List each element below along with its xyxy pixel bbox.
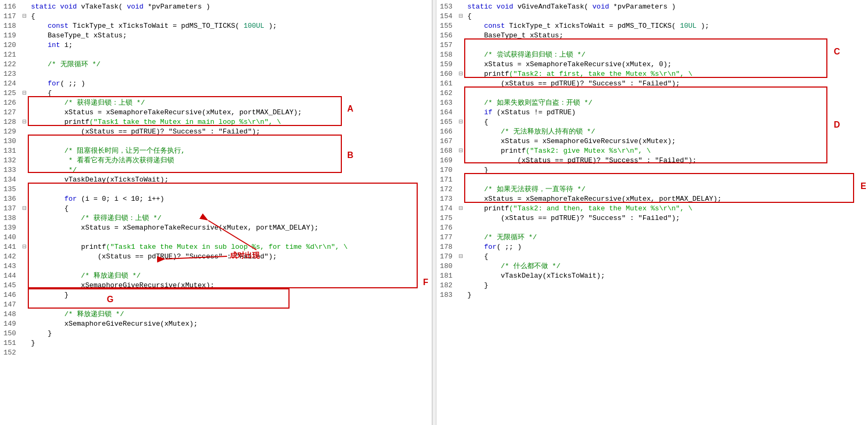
fold-icon[interactable] [20, 194, 29, 204]
code-content: for (i = 0; i < 10; i++) [29, 194, 432, 204]
fold-icon[interactable] [457, 271, 465, 281]
fold-icon[interactable]: ⊟ [20, 89, 29, 98]
fold-icon[interactable] [20, 41, 29, 50]
fold-icon[interactable] [20, 98, 29, 108]
fold-icon[interactable] [457, 21, 465, 31]
code-token: (xStatus != pdTRUE) [492, 108, 576, 116]
fold-icon[interactable] [20, 166, 29, 175]
fold-icon[interactable]: ⊟ [20, 12, 29, 21]
fold-icon[interactable]: ⊟ [457, 117, 465, 127]
line-number: 139 [0, 223, 20, 233]
fold-icon[interactable] [457, 98, 465, 108]
fold-icon[interactable] [20, 329, 29, 339]
fold-icon[interactable] [457, 242, 465, 252]
fold-icon[interactable] [20, 31, 29, 41]
fold-icon[interactable]: ⊟ [20, 117, 29, 127]
fold-icon[interactable] [20, 281, 29, 290]
code-content: BaseType_t xStatus; [465, 31, 868, 41]
fold-icon[interactable] [457, 185, 465, 194]
fold-icon[interactable] [457, 137, 465, 146]
fold-icon[interactable] [20, 214, 29, 223]
fold-icon[interactable] [457, 223, 465, 233]
fold-icon[interactable] [457, 79, 465, 89]
fold-icon[interactable] [457, 2, 465, 12]
fold-icon[interactable] [20, 252, 29, 262]
code-token [467, 147, 501, 155]
fold-icon[interactable] [20, 60, 29, 69]
table-row: 128⊟ printf("Task1 take the Mutex in mai… [0, 117, 432, 127]
fold-icon[interactable] [20, 156, 29, 166]
fold-icon[interactable] [20, 233, 29, 242]
fold-icon[interactable] [457, 194, 465, 204]
label-A: A [347, 104, 354, 114]
fold-icon[interactable] [457, 214, 465, 223]
table-row: 177 /* 无限循环 */ [436, 233, 868, 242]
code-token: TickType_t xTicksToWait = [68, 22, 181, 30]
fold-icon[interactable] [20, 223, 29, 233]
table-row: 141⊟ printf("Task1 take the Mutex in sub… [0, 242, 432, 252]
fold-icon[interactable] [457, 166, 465, 175]
code-token [467, 108, 484, 116]
fold-icon[interactable] [457, 31, 465, 41]
fold-icon[interactable] [20, 21, 29, 31]
code-content: static void vTakeTask( void *pvParameter… [29, 2, 432, 12]
fold-icon[interactable] [20, 185, 29, 194]
code-token: for [64, 195, 76, 203]
fold-icon[interactable]: ⊟ [20, 204, 29, 214]
fold-icon[interactable] [20, 271, 29, 281]
fold-icon[interactable] [20, 79, 29, 89]
fold-icon[interactable] [20, 339, 29, 348]
fold-icon[interactable] [20, 69, 29, 79]
fold-icon[interactable]: ⊟ [457, 252, 465, 262]
fold-icon[interactable] [457, 262, 465, 271]
fold-icon[interactable] [457, 127, 465, 137]
table-row: 179⊟ { [436, 252, 868, 262]
fold-icon[interactable] [457, 233, 465, 242]
table-row: 153 static void vGiveAndTakeTask( void *… [436, 2, 868, 12]
fold-icon[interactable] [20, 310, 29, 319]
fold-icon[interactable]: ⊟ [457, 12, 465, 21]
fold-icon[interactable] [20, 300, 29, 310]
fold-icon[interactable] [457, 41, 465, 50]
line-number: 171 [436, 175, 457, 185]
table-row: 117⊟{ [0, 12, 432, 21]
fold-icon[interactable] [20, 175, 29, 185]
fold-icon[interactable]: ⊟ [20, 242, 29, 252]
table-row: 122 /* 无限循环 */ [0, 60, 432, 69]
fold-icon[interactable] [457, 290, 465, 300]
fold-icon[interactable] [20, 290, 29, 300]
fold-icon[interactable] [20, 319, 29, 329]
code-content: xStatus = xSemaphoreTakeRecursive(xMutex… [29, 223, 432, 233]
table-row: 170 } [436, 166, 868, 175]
code-token [467, 204, 484, 212]
code-content: printf("Task2: at first, take the Mutex … [465, 69, 868, 79]
label-G: G [107, 295, 113, 304]
fold-icon[interactable] [20, 146, 29, 156]
table-row: 150 } [0, 329, 432, 339]
fold-icon[interactable]: ⊟ [457, 204, 465, 214]
fold-icon[interactable] [20, 108, 29, 117]
fold-icon[interactable] [457, 50, 465, 60]
table-row: 139 xStatus = xSemaphoreTakeRecursive(xM… [0, 223, 432, 233]
fold-icon[interactable] [457, 281, 465, 290]
table-row: 160⊟ printf("Task2: at first, take the M… [436, 69, 868, 79]
code-token: } [31, 329, 52, 337]
fold-icon[interactable] [457, 108, 465, 117]
fold-icon[interactable] [20, 137, 29, 146]
annotation-text: 成对出现 [230, 251, 260, 261]
fold-icon[interactable] [20, 50, 29, 60]
fold-icon[interactable] [20, 127, 29, 137]
code-content: /* 无法释放别人持有的锁 */ [465, 127, 868, 137]
fold-icon[interactable] [457, 156, 465, 166]
fold-icon[interactable] [20, 2, 29, 12]
code-token: /* 释放递归锁 */ [31, 272, 140, 280]
fold-icon[interactable] [457, 89, 465, 98]
fold-icon[interactable] [457, 175, 465, 185]
fold-icon[interactable] [20, 262, 29, 271]
code-content: } [465, 281, 868, 290]
fold-icon[interactable]: ⊟ [457, 69, 465, 79]
code-content: xSemaphoreGiveRecursive(xMutex); [29, 319, 432, 329]
fold-icon[interactable] [20, 348, 29, 358]
fold-icon[interactable]: ⊟ [457, 146, 465, 156]
fold-icon[interactable] [457, 60, 465, 69]
